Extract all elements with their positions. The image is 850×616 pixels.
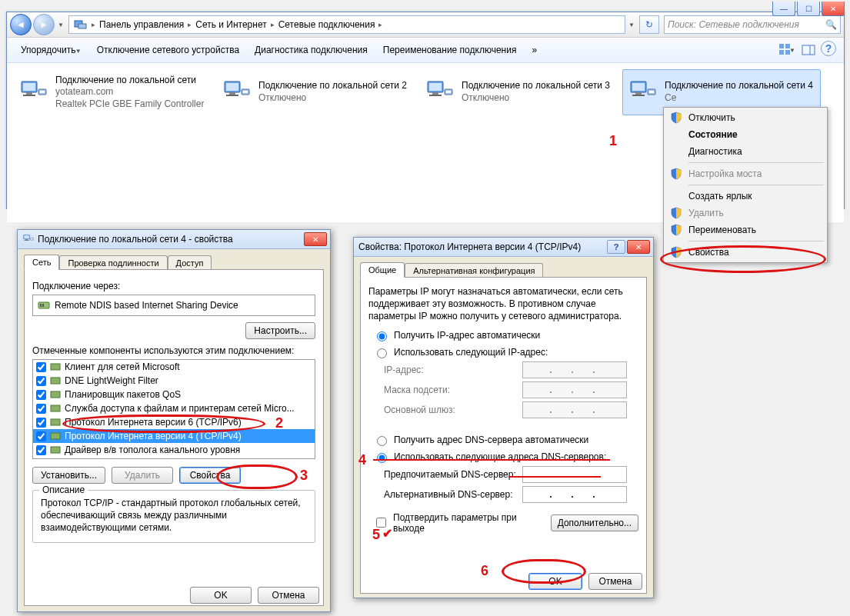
- context-menu-item[interactable]: Диагностика: [665, 143, 825, 160]
- nav-history-dropdown[interactable]: ▼: [56, 22, 65, 28]
- context-menu-item[interactable]: Свойства: [665, 244, 825, 261]
- component-checkbox[interactable]: [36, 362, 46, 372]
- context-menu-label: Свойства: [688, 247, 729, 258]
- svg-rect-22: [51, 433, 60, 439]
- description-group: Описание Протокол TCP/IP - стандартный п…: [32, 490, 315, 543]
- disable-device-button[interactable]: Отключение сетевого устройства: [91, 42, 245, 58]
- adapter-field: Remote NDIS based Internet Sharing Devic…: [32, 295, 315, 316]
- close-button[interactable]: ✕: [304, 232, 327, 246]
- component-label: Планировщик пакетов QoS: [65, 389, 181, 400]
- dns-manual-radio[interactable]: [377, 453, 387, 463]
- properties-button[interactable]: Свойства: [179, 467, 241, 484]
- install-button[interactable]: Установить...: [32, 467, 105, 484]
- connection-name: Подключение по локальной сети 2: [258, 80, 407, 92]
- component-icon: [49, 416, 62, 428]
- connection-status: yotateam.com: [55, 86, 204, 98]
- organize-button[interactable]: Упорядочить ▼: [15, 42, 88, 58]
- component-row[interactable]: Служба доступа к файлам и принтерам сете…: [33, 401, 315, 415]
- component-checkbox[interactable]: [36, 376, 46, 386]
- help-button[interactable]: ?: [607, 240, 625, 254]
- context-menu-item[interactable]: Создать ярлык: [665, 188, 825, 205]
- tab-network[interactable]: Сеть: [24, 255, 59, 270]
- tab-access[interactable]: Доступ: [168, 255, 212, 271]
- ip-auto-radio[interactable]: [377, 331, 387, 341]
- connection-device: Realtek PCIe GBE Family Controller: [55, 98, 204, 111]
- components-list[interactable]: Клиент для сетей Microsoft DNE LightWeig…: [32, 359, 315, 459]
- help-button[interactable]: ?: [821, 41, 836, 56]
- crumb-control-panel[interactable]: Панель управления: [98, 19, 185, 30]
- component-checkbox[interactable]: [36, 390, 46, 400]
- component-row[interactable]: Протокол Интернета версии 4 (TCP/IPv4): [33, 429, 315, 443]
- svg-rect-18: [51, 378, 60, 384]
- description-legend: Описание: [39, 484, 88, 495]
- context-menu-item[interactable]: Состояние: [665, 126, 825, 143]
- component-checkbox[interactable]: [36, 404, 46, 414]
- shield-icon: [670, 224, 682, 236]
- connection-item[interactable]: Подключение по локальной сети 2 Отключен…: [216, 69, 415, 115]
- connection-status: Отключено: [258, 92, 407, 105]
- crumb-connections[interactable]: Сетевые подключения: [277, 19, 377, 30]
- tab-general[interactable]: Общие: [360, 262, 405, 278]
- component-row[interactable]: Клиент для сетей Microsoft: [33, 360, 315, 374]
- configure-button[interactable]: Настроить...: [245, 322, 315, 339]
- component-checkbox[interactable]: [36, 418, 46, 428]
- preview-pane-button[interactable]: [799, 41, 818, 59]
- connection-item[interactable]: Подключение по локальной сети 3 Отключен…: [419, 69, 618, 115]
- tab-auth[interactable]: Проверка подлинности: [59, 255, 167, 271]
- nav-forward-button[interactable]: ►: [33, 14, 55, 35]
- context-menu-item[interactable]: Переименовать: [665, 221, 825, 238]
- network-adapter-icon: [423, 72, 457, 105]
- components-label: Отмеченные компоненты используются этим …: [32, 345, 315, 356]
- ok-button[interactable]: OK: [190, 587, 252, 604]
- svg-rect-15: [40, 304, 42, 307]
- cancel-button[interactable]: Отмена: [258, 587, 319, 604]
- search-input[interactable]: Поиск: Сетевые подключения 🔍: [664, 15, 841, 34]
- ip-address-input: [522, 361, 627, 378]
- component-checkbox[interactable]: [36, 431, 46, 441]
- dns-pref-input[interactable]: [522, 466, 627, 483]
- context-menu-label: Удалить: [688, 208, 724, 218]
- close-button[interactable]: ✕: [627, 240, 650, 254]
- component-label: Протокол Интернета версии 6 (TCP/IPv6): [65, 417, 242, 428]
- connection-item[interactable]: Подключение по локальной сети yotateam.c…: [13, 69, 212, 115]
- component-row[interactable]: Ответчик обнаружения топологии канальног…: [33, 457, 315, 459]
- dns-alt-input[interactable]: [522, 486, 627, 503]
- ok-button[interactable]: OK: [528, 573, 582, 590]
- refresh-button[interactable]: ↻: [639, 15, 659, 34]
- annotation-6: 6: [481, 563, 488, 579]
- component-row[interactable]: Планировщик пакетов QoS: [33, 388, 315, 401]
- component-label: DNE LightWeight Filter: [65, 375, 158, 386]
- crumb-network[interactable]: Сеть и Интернет: [194, 19, 268, 30]
- component-checkbox[interactable]: [36, 445, 46, 455]
- svg-rect-8: [779, 44, 784, 48]
- rename-button[interactable]: Переименование подключения: [377, 42, 523, 58]
- component-label: Клиент для сетей Microsoft: [65, 361, 180, 372]
- context-menu: ОтключитьСостояниеДиагностикаНастройка м…: [663, 107, 828, 263]
- remove-button[interactable]: Удалить: [112, 467, 173, 484]
- context-menu-item[interactable]: Отключить: [665, 109, 825, 126]
- svg-rect-20: [51, 405, 60, 411]
- component-checkbox[interactable]: [36, 459, 46, 460]
- more-commands-button[interactable]: »: [525, 42, 543, 58]
- breadcrumb-dropdown[interactable]: ▼: [627, 22, 636, 28]
- tab-alt-config[interactable]: Альтернативная конфигурация: [405, 263, 543, 278]
- nav-back-button[interactable]: ◄: [10, 14, 32, 35]
- dns-auto-radio[interactable]: [377, 436, 387, 446]
- close-button[interactable]: ✕: [822, 2, 845, 16]
- diagnose-button[interactable]: Диагностика подключения: [248, 42, 374, 58]
- dialog-titlebar[interactable]: Подключение по локальной сети 4 - свойст…: [18, 230, 330, 249]
- component-row[interactable]: Драйвер в/в тополога канального уровня: [33, 443, 315, 457]
- ip-manual-radio[interactable]: [377, 348, 387, 358]
- minimize-button[interactable]: —: [772, 2, 795, 16]
- breadcrumb-net-icon[interactable]: [72, 18, 89, 31]
- dialog-titlebar[interactable]: Свойства: Протокол Интернета версии 4 (T…: [354, 238, 653, 257]
- view-button[interactable]: ▼: [778, 41, 796, 59]
- dialog-title: Свойства: Протокол Интернета версии 4 (T…: [358, 241, 607, 252]
- component-row[interactable]: DNE LightWeight Filter: [33, 374, 315, 388]
- cancel-button[interactable]: Отмена: [588, 573, 642, 590]
- advanced-button[interactable]: Дополнительно...: [551, 514, 638, 531]
- maximize-button[interactable]: ☐: [797, 2, 820, 16]
- component-row[interactable]: Протокол Интернета версии 6 (TCP/IPv6): [33, 415, 315, 429]
- breadcrumb[interactable]: ▸ Панель управления ▸ Сеть и Интернет ▸ …: [68, 15, 625, 34]
- context-menu-label: Создать ярлык: [688, 191, 752, 201]
